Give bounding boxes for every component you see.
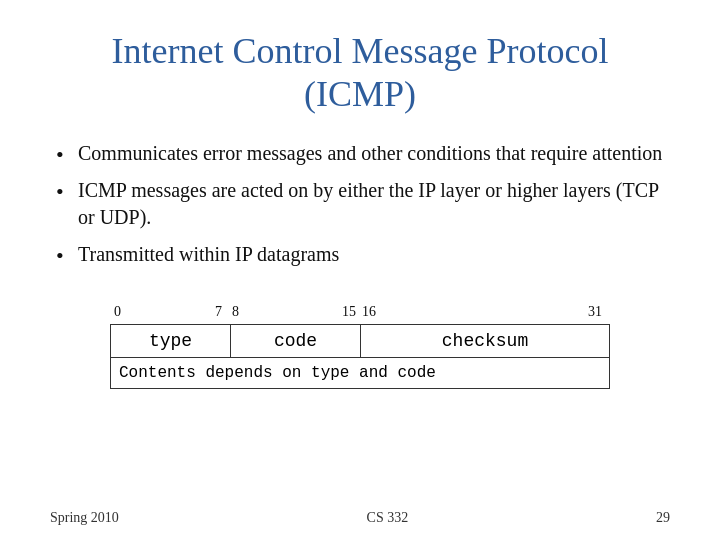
bit-7: 7 (215, 304, 222, 320)
diagram-area: 0 7 8 15 16 31 type code checksum Conten… (50, 304, 670, 389)
title-line1: Internet Control Message Protocol (112, 31, 609, 71)
title-line2: (ICMP) (304, 74, 416, 114)
footer-left: Spring 2010 (50, 510, 119, 526)
cell-type: type (111, 325, 231, 357)
slide-title: Internet Control Message Protocol (ICMP) (50, 30, 670, 116)
footer: Spring 2010 CS 332 29 (0, 510, 720, 526)
bit-31: 31 (588, 304, 602, 320)
bit-16: 16 (362, 304, 376, 320)
cell-code: code (231, 325, 361, 357)
bit-0: 0 (114, 304, 121, 320)
contents-row: Contents depends on type and code (110, 357, 610, 389)
bit-8: 8 (232, 304, 239, 320)
bit-15: 15 (342, 304, 356, 320)
bit-labels: 0 7 8 15 16 31 (110, 304, 610, 322)
bullet-item-3: Transmitted within IP datagrams (50, 241, 670, 268)
slide: Internet Control Message Protocol (ICMP)… (0, 0, 720, 540)
footer-right: 29 (656, 510, 670, 526)
bullet-item-2: ICMP messages are acted on by either the… (50, 177, 670, 231)
footer-center: CS 332 (367, 510, 409, 526)
bullet-list: Communicates error messages and other co… (50, 140, 670, 278)
bullet-item-1: Communicates error messages and other co… (50, 140, 670, 167)
header-row: type code checksum (110, 324, 610, 357)
cell-checksum: checksum (361, 325, 609, 357)
